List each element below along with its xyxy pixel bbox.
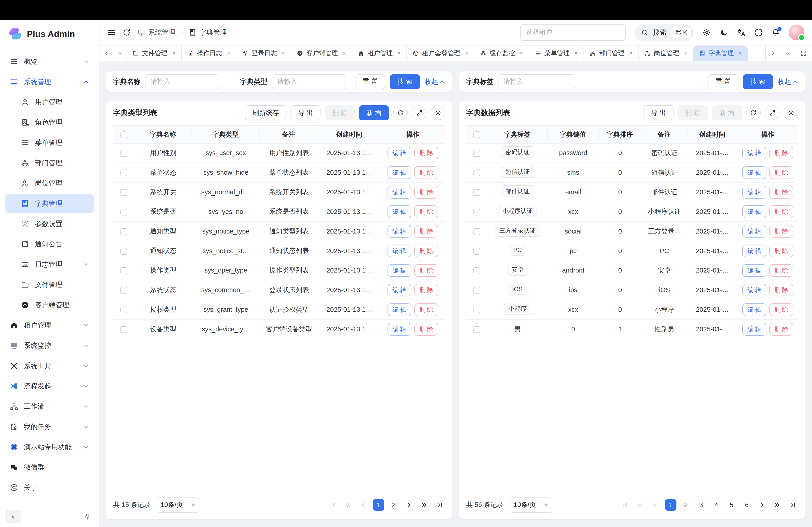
edit-button[interactable]: 编 辑 [388, 303, 411, 316]
add-button[interactable]: 新 增 [359, 105, 389, 121]
settings-button[interactable] [702, 28, 711, 37]
edit-button[interactable]: 编 辑 [742, 264, 766, 277]
table-row[interactable]: 授权类型sys_grant_type认证授权类型2025-01-13 1…编 辑… [113, 300, 446, 320]
delete-button[interactable]: 删 除 [678, 105, 708, 121]
table-row[interactable]: 密码认证password0密码认证2025-01-…编 辑删 除 [466, 144, 798, 163]
hidden-tab-close[interactable]: × [114, 46, 127, 61]
table-refresh-button[interactable] [746, 105, 761, 120]
reset-button[interactable]: 重 置 [708, 74, 738, 90]
table-settings-button[interactable] [784, 105, 798, 120]
edit-button[interactable]: 编 辑 [388, 147, 411, 160]
delete-button[interactable]: 删 除 [769, 147, 793, 160]
table-row[interactable]: 通知状态sys_notice_st…通知状态列表2025-01-13 1…编 辑… [113, 241, 446, 261]
close-icon[interactable]: × [465, 50, 468, 57]
row-checkbox[interactable] [120, 169, 127, 176]
tenant-select[interactable]: 选择租户 [520, 24, 626, 41]
first-page-button[interactable] [327, 499, 339, 511]
delete-button[interactable]: 删 除 [414, 186, 438, 198]
table-row[interactable]: 菜单状态sys_show_hide菜单状态列表2025-01-13 1…编 辑删… [113, 163, 446, 183]
delete-button[interactable]: 删 除 [414, 205, 438, 218]
row-checkbox[interactable] [120, 150, 127, 157]
table-expand-button[interactable] [765, 105, 780, 120]
edit-button[interactable]: 编 辑 [388, 225, 411, 238]
table-row[interactable]: 邮件认证email0邮件认证2025-01-…编 辑删 除 [466, 183, 798, 202]
close-icon[interactable]: × [343, 50, 346, 57]
delete-button[interactable]: 删 除 [414, 264, 438, 277]
dict-name-input[interactable]: 请输入 [145, 74, 219, 90]
first-page-button[interactable] [619, 499, 631, 511]
edit-button[interactable]: 编 辑 [388, 205, 411, 218]
sidebar-item-demo[interactable]: 演示站专用功能 [5, 438, 94, 456]
edit-button[interactable]: 编 辑 [388, 284, 411, 297]
row-checkbox[interactable] [474, 228, 480, 235]
page-number[interactable]: 6 [741, 499, 753, 511]
language-button[interactable] [737, 28, 745, 37]
close-icon[interactable]: × [281, 50, 285, 57]
tab-tenant[interactable]: 租户管理× [352, 46, 407, 61]
export-button[interactable]: 导 出 [643, 105, 674, 121]
table-row[interactable]: 小程序认证xcx0小程序认证2025-01-…编 辑删 除 [466, 202, 798, 222]
delete-button[interactable]: 删 除 [769, 264, 793, 277]
row-checkbox[interactable] [120, 267, 127, 274]
breadcrumb-root[interactable]: 系统管理 [137, 28, 176, 37]
table-settings-button[interactable] [431, 105, 445, 120]
page-number[interactable]: 5 [726, 499, 738, 511]
reset-button[interactable]: 重 置 [355, 74, 385, 90]
row-checkbox[interactable] [474, 189, 480, 196]
sidebar-item-system[interactable]: 系统管理 [5, 73, 94, 91]
edit-button[interactable]: 编 辑 [388, 166, 411, 179]
table-row[interactable]: 三方登录认证social0三方登录…2025-01-…编 辑删 除 [466, 222, 798, 241]
dict-label-input[interactable]: 请输入 [498, 74, 575, 90]
row-checkbox[interactable] [474, 248, 480, 255]
edit-button[interactable]: 编 辑 [742, 284, 766, 297]
page-size-select[interactable]: 10条/页 [509, 497, 553, 513]
search-button[interactable]: 搜 索 [743, 74, 773, 90]
close-icon[interactable]: × [172, 50, 176, 57]
row-checkbox[interactable] [474, 306, 480, 313]
delete-button[interactable]: 删 除 [769, 166, 793, 179]
sidebar-item-flow[interactable]: 流程发起 [5, 377, 94, 395]
table-row[interactable]: 男01性别男2025-01-…编 辑删 除 [466, 320, 798, 339]
jump-back-button[interactable] [343, 499, 354, 511]
delete-button[interactable]: 删 除 [414, 323, 438, 335]
table-row[interactable]: 小程序xcx0小程序2025-01-…编 辑删 除 [466, 300, 798, 320]
table-row[interactable]: PCpc0PC2025-01-…编 辑删 除 [466, 241, 798, 261]
edit-button[interactable]: 编 辑 [742, 244, 766, 257]
last-page-button[interactable] [434, 499, 446, 511]
global-search-button[interactable]: 搜索 ⌘ K [634, 24, 694, 41]
refresh-page-button[interactable] [122, 28, 131, 37]
sidebar-item-overview[interactable]: 概览 [5, 52, 94, 71]
sidebar-item-monitor[interactable]: 系统监控 [5, 336, 94, 355]
sidebar-item-post[interactable]: 岗位管理 [5, 174, 94, 193]
page-number[interactable]: 3 [695, 499, 707, 511]
tab-dict[interactable]: 字典管理× [693, 46, 748, 61]
edit-button[interactable]: 编 辑 [388, 186, 411, 198]
close-icon[interactable]: × [684, 50, 687, 57]
edit-button[interactable]: 编 辑 [742, 166, 766, 179]
edit-button[interactable]: 编 辑 [742, 225, 766, 238]
tab-scroll-right-button[interactable] [765, 46, 780, 61]
close-icon[interactable]: × [227, 50, 230, 57]
row-checkbox[interactable] [120, 306, 127, 313]
row-checkbox[interactable] [474, 267, 480, 274]
edit-button[interactable]: 编 辑 [742, 147, 766, 160]
sidebar-item-menu[interactable]: 菜单管理 [5, 133, 94, 152]
close-icon[interactable]: × [397, 50, 401, 57]
tab-dept[interactable]: 部门管理× [584, 46, 639, 61]
row-checkbox[interactable] [474, 326, 480, 333]
export-button[interactable]: 导 出 [291, 105, 321, 121]
page-number[interactable]: 4 [710, 499, 722, 511]
page-number[interactable]: 1 [373, 499, 385, 511]
delete-button[interactable]: 删 除 [414, 303, 438, 316]
sidebar-item-notice[interactable]: 通知公告 [5, 235, 94, 254]
edit-button[interactable]: 编 辑 [742, 303, 766, 316]
tab-list-dropdown-button[interactable] [780, 46, 795, 61]
table-row[interactable]: 通知类型sys_notice_type通知类型列表2025-01-13 1…编 … [113, 222, 446, 241]
edit-button[interactable]: 编 辑 [742, 186, 766, 198]
sidebar-item-wechat[interactable]: 微信群 [5, 458, 94, 477]
fullscreen-button[interactable] [754, 28, 763, 37]
sidebar-item-dept[interactable]: 部门管理 [5, 154, 94, 172]
hamburger-button[interactable] [107, 28, 116, 37]
breadcrumb-current[interactable]: 字典管理 [189, 28, 227, 37]
sidebar-item-log[interactable]: 日志管理 [5, 255, 94, 274]
